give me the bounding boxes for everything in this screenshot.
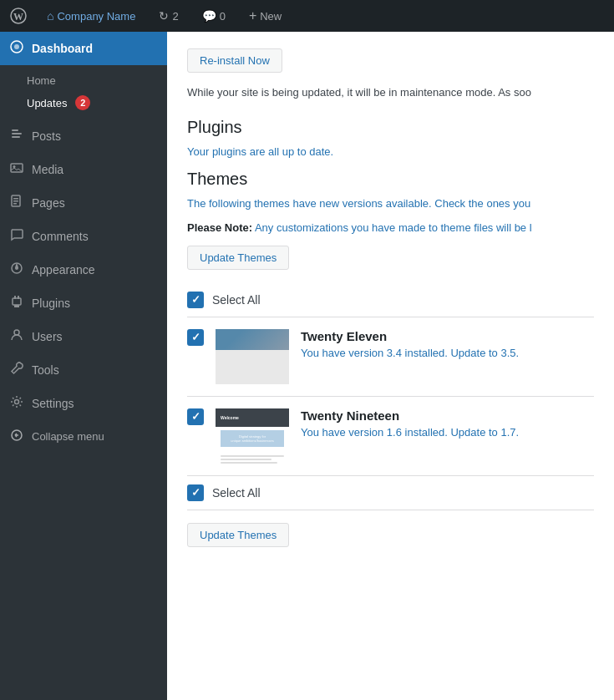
comments-count: 0	[220, 10, 226, 23]
plugins-section-title: Plugins	[187, 118, 594, 137]
sidebar-item-appearance[interactable]: Appearance	[0, 253, 167, 287]
admin-bar-updates[interactable]: ↻ 2	[152, 9, 185, 23]
dashboard-icon	[10, 40, 23, 57]
media-label: Media	[32, 163, 63, 176]
media-icon	[10, 161, 23, 178]
themes-description: The following themes have new versions a…	[187, 197, 594, 210]
appearance-label: Appearance	[32, 263, 95, 276]
home-icon: ⌂	[47, 9, 53, 23]
svg-rect-5	[12, 133, 22, 134]
select-all-top-checkbox[interactable]	[187, 292, 204, 308]
sidebar-item-pages[interactable]: Pages	[0, 186, 167, 220]
sidebar-item-tools[interactable]: Tools	[0, 353, 167, 387]
plugins-all-link[interactable]: all	[268, 145, 279, 158]
collapse-label: Collapse menu	[32, 430, 104, 443]
updates-count: 2	[172, 10, 178, 23]
twenty-nineteen-thumbnail: Welcome Digital strategy forunique ambit…	[216, 408, 289, 464]
collapse-icon	[10, 429, 23, 444]
users-icon	[10, 328, 23, 345]
twenty-eleven-name: Twenty Eleven	[301, 329, 594, 343]
sidebar-item-posts[interactable]: Posts	[0, 119, 167, 153]
sidebar-item-home[interactable]: Home	[0, 70, 167, 91]
settings-label: Settings	[32, 397, 74, 410]
admin-bar-comments[interactable]: 💬 0	[195, 9, 232, 23]
svg-rect-10	[13, 198, 18, 200]
admin-bar: W ⌂ Company Name ↻ 2 💬 0 + New	[0, 0, 614, 32]
select-all-bottom-checkbox[interactable]	[187, 484, 204, 501]
admin-bar-new[interactable]: + New	[242, 8, 288, 23]
select-all-top-row: Select All	[187, 283, 594, 317]
posts-label: Posts	[32, 129, 61, 143]
twenty-nineteen-checkbox[interactable]	[187, 408, 204, 425]
settings-icon	[10, 395, 23, 412]
update-themes-bottom-button[interactable]: Update Themes	[187, 523, 289, 547]
plus-icon: +	[249, 8, 256, 23]
twenty-nineteen-version: You have version 1.6 installed. Update t…	[301, 426, 594, 439]
please-note-label: Please Note:	[187, 221, 252, 234]
please-note-text: Any customizations you have made to them…	[252, 221, 532, 234]
twenty-nineteen-info: Twenty Nineteen You have version 1.6 ins…	[301, 408, 594, 439]
appearance-icon	[10, 261, 23, 278]
dashboard-label: Dashboard	[32, 42, 93, 55]
plugins-label: Plugins	[32, 297, 70, 310]
sidebar-item-settings[interactable]: Settings	[0, 387, 167, 420]
theme-row-twenty-nineteen: Welcome Digital strategy forunique ambit…	[187, 397, 594, 476]
twenty-eleven-thumbnail	[216, 329, 289, 384]
sidebar-item-users[interactable]: Users	[0, 320, 167, 353]
themes-section-title: Themes	[187, 170, 594, 189]
sidebar-item-media[interactable]: Media	[0, 153, 167, 186]
users-label: Users	[32, 330, 63, 343]
plugins-status: Your plugins are all up to date.	[187, 145, 594, 158]
updates-icon: ↻	[159, 9, 169, 23]
updates-badge: 2	[75, 95, 90, 110]
comments-icon: 💬	[202, 9, 216, 23]
sidebar-item-dashboard[interactable]: Dashboard	[0, 32, 167, 65]
wp-logo-icon[interactable]: W	[7, 4, 30, 28]
svg-point-19	[15, 400, 19, 404]
main-content: Re-install Now While your site is being …	[167, 32, 614, 700]
new-label: New	[260, 10, 282, 23]
svg-point-18	[14, 330, 19, 335]
dashboard-submenu: Home Updates 2	[0, 65, 167, 119]
svg-rect-6	[12, 136, 20, 138]
svg-rect-12	[13, 203, 17, 205]
updates-submenu-label: Updates	[27, 97, 67, 109]
please-note: Please Note: Any customizations you have…	[187, 221, 594, 234]
content-wrap: Re-install Now While your site is being …	[167, 32, 614, 700]
theme-row-twenty-eleven: Twenty Eleven You have version 3.4 insta…	[187, 317, 594, 397]
plugins-icon	[10, 295, 23, 312]
maintenance-note: While your site is being updated, it wil…	[187, 84, 594, 101]
svg-rect-4	[12, 129, 18, 131]
tools-icon	[10, 362, 23, 378]
twenty-eleven-info: Twenty Eleven You have version 3.4 insta…	[301, 329, 594, 359]
sidebar-item-comments[interactable]: Comments	[0, 220, 167, 253]
select-all-bottom-row: Select All	[187, 476, 594, 510]
select-all-bottom-label: Select All	[212, 486, 261, 500]
sidebar-item-plugins[interactable]: Plugins	[0, 287, 167, 320]
layout: Dashboard Home Updates 2 Posts	[0, 32, 614, 700]
comments-label: Comments	[32, 230, 89, 243]
pages-icon	[10, 195, 23, 211]
svg-rect-16	[13, 298, 21, 305]
admin-bar-home-link[interactable]: ⌂ Company Name	[40, 9, 142, 23]
svg-point-3	[14, 44, 19, 49]
svg-text:W: W	[13, 11, 23, 23]
collapse-menu[interactable]: Collapse menu	[0, 420, 167, 453]
pages-label: Pages	[32, 196, 65, 210]
company-name: Company Name	[57, 10, 135, 23]
update-themes-top-button[interactable]: Update Themes	[187, 246, 289, 270]
tools-label: Tools	[32, 363, 59, 377]
svg-rect-11	[13, 200, 18, 202]
posts-icon	[10, 128, 23, 145]
twenty-eleven-checkbox[interactable]	[187, 329, 204, 346]
reinstall-button[interactable]: Re-install Now	[187, 48, 282, 73]
comments-nav-icon	[10, 228, 23, 245]
sidebar: Dashboard Home Updates 2 Posts	[0, 32, 167, 700]
twenty-nineteen-name: Twenty Nineteen	[301, 408, 594, 423]
home-submenu-label: Home	[27, 74, 56, 87]
svg-rect-17	[14, 305, 19, 307]
twenty-eleven-version: You have version 3.4 installed. Update t…	[301, 347, 594, 359]
sidebar-item-updates[interactable]: Updates 2	[0, 91, 167, 114]
select-all-top-label: Select All	[212, 293, 261, 307]
